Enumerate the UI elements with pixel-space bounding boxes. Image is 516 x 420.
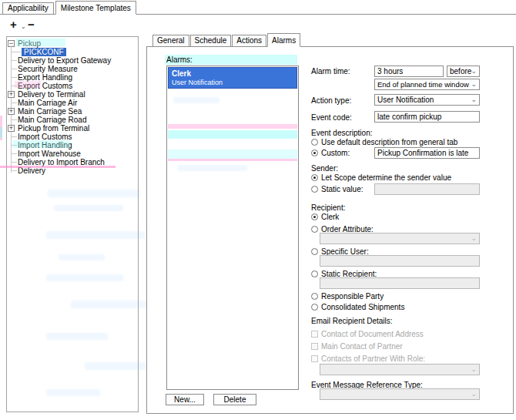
alarm-time-label: Alarm time: — [311, 67, 350, 76]
artifact — [168, 159, 297, 161]
custom-description-input[interactable]: Pickup Confirmation is late — [374, 147, 480, 159]
tree-item-security-measure[interactable]: Security Measure — [7, 65, 136, 73]
tree-item-label: Pickup — [18, 39, 41, 48]
alarm-time-direction-select[interactable]: before — [447, 66, 480, 77]
tree-item-export-handling[interactable]: Export Handling — [7, 73, 136, 82]
tree-connector — [11, 86, 17, 86]
radio-icon — [311, 248, 318, 255]
tree-connector — [11, 145, 17, 146]
tab-applicability[interactable]: Applicability — [2, 2, 54, 14]
tree-connector — [11, 119, 17, 120]
event-code-label: Event code: — [311, 113, 352, 122]
radio-selected-icon — [311, 150, 318, 156]
tree-item-main-carriage-road[interactable]: Main Carriage Road — [7, 116, 136, 124]
tree-item-delivery-to-terminal[interactable]: Delivery to Terminal — [7, 90, 136, 99]
artifact — [168, 124, 297, 129]
artifact — [0, 127, 2, 138]
radio-label: Custom: — [321, 149, 350, 157]
checkbox-icon — [311, 355, 318, 362]
tree-item-export-customs[interactable]: Export Customs — [7, 82, 136, 90]
radio-icon — [311, 139, 318, 146]
radio-recipient-responsible-party[interactable]: Responsible Party — [311, 292, 384, 301]
add-button[interactable]: + — [10, 19, 17, 30]
action-type-select[interactable]: User Notification — [374, 94, 480, 106]
expand-icon[interactable] — [8, 125, 15, 132]
radio-icon — [311, 270, 318, 277]
sender-label: Sender: — [311, 164, 338, 173]
tree-item-delivery[interactable]: Delivery — [7, 166, 136, 175]
checkbox-label: Contact of Document Address — [321, 330, 424, 338]
tree-connector — [11, 136, 17, 137]
tree-item-pickup-from-terminal[interactable]: Pickup from Terminal — [7, 124, 136, 133]
tree-item-pickup[interactable]: Pickup — [7, 39, 136, 48]
checkbox-icon — [311, 331, 318, 338]
checkbox-label: Contacts of Partner With Role: — [321, 354, 425, 363]
tree-connector — [11, 102, 17, 103]
delete-button[interactable]: Delete — [213, 394, 256, 405]
tree-item-label: Import Warehouse — [18, 150, 81, 158]
tree-item-label: Delivery to Terminal — [18, 90, 85, 99]
milestone-tree[interactable]: Pickup PICKCONF Delivery to Export Gatew… — [6, 36, 139, 412]
recipient-label: Recipient: — [311, 203, 345, 212]
checkbox-contacts-partner-role: Contacts of Partner With Role: — [311, 354, 425, 363]
tab-milestone-templates[interactable]: Milestone Templates — [55, 1, 136, 15]
tree-item-label: Security Measure — [18, 65, 78, 73]
radio-icon — [311, 293, 318, 300]
radio-sender-scope[interactable]: Let Scope determine the sender value — [311, 173, 451, 182]
checkbox-main-contact-partner: Main Contact of Partner — [311, 342, 403, 351]
event-code-input[interactable]: late confirm pickup — [374, 111, 480, 123]
alarm-time-reference-select[interactable]: End of planned time window — [374, 79, 480, 90]
sender-static-value-input — [374, 183, 480, 195]
tab-alarms[interactable]: Alarms — [267, 33, 300, 47]
tree-item-label: Pickup from Terminal — [18, 124, 89, 133]
tree-item-label: Main Carriage Sea — [18, 107, 82, 116]
tree-item-main-carriage-air[interactable]: Main Carriage Air — [7, 99, 136, 107]
alarm-time-input[interactable]: 3 hours — [374, 66, 444, 77]
tree-item-label: Export Customs — [18, 82, 72, 90]
radio-label: Use default description from general tab — [321, 138, 457, 146]
radio-sender-static[interactable]: Static value: — [311, 185, 363, 193]
tree-item-main-carriage-sea[interactable]: Main Carriage Sea — [7, 107, 136, 116]
add-menu-button[interactable]: ⌄ — [21, 23, 26, 30]
radio-icon — [311, 226, 318, 233]
new-button[interactable]: New... — [166, 394, 204, 405]
minus-icon: − — [28, 18, 35, 31]
expand-icon[interactable] — [8, 91, 15, 98]
email-recipient-details-label: Email Recipient Details: — [311, 317, 393, 325]
tree-item-delivery-to-import-branch[interactable]: Delivery to Import Branch — [7, 158, 136, 166]
tree-item-import-customs[interactable]: Import Customs — [7, 133, 136, 141]
tab-schedule[interactable]: Schedule — [190, 35, 232, 46]
tab-actions[interactable]: Actions — [232, 35, 266, 46]
radio-label: Static value: — [321, 185, 363, 193]
radio-icon — [311, 186, 318, 193]
detail-tab-bar: General Schedule Actions Alarms — [152, 35, 301, 47]
specific-user-input — [320, 255, 480, 267]
radio-recipient-consolidated-shipments[interactable]: Consolidated Shipments — [311, 303, 404, 311]
alarms-panel: Alarms: Clerk User Notification New... D… — [146, 46, 514, 414]
tree-item-label: Delivery to Import Branch — [18, 158, 105, 166]
alarms-list-label: Alarms: — [166, 55, 193, 64]
radio-custom-description[interactable]: Custom: — [311, 149, 350, 157]
tree-item-pickconf[interactable]: PICKCONF — [7, 48, 136, 56]
expand-icon[interactable] — [8, 108, 15, 115]
tree-item-import-handling[interactable]: Import Handling — [7, 141, 136, 150]
alarms-listbox[interactable]: Clerk User Notification — [166, 66, 299, 390]
radio-label: Consolidated Shipments — [321, 303, 404, 311]
order-attribute-select — [320, 233, 480, 244]
tree-item-label: Main Carriage Road — [18, 116, 87, 124]
artifact — [168, 130, 297, 139]
radio-use-default-description[interactable]: Use default description from general tab — [311, 138, 457, 146]
tree-connector — [11, 170, 17, 171]
remove-button[interactable]: − — [28, 19, 35, 30]
alarm-item-title: Clerk — [172, 69, 293, 79]
tree-item-label-selected: PICKCONF — [22, 48, 66, 56]
tree-connector — [11, 69, 17, 69]
tree-item-delivery-to-export-gateway[interactable]: Delivery to Export Gateway — [7, 56, 136, 65]
tree-item-label: Delivery to Export Gateway — [18, 56, 111, 65]
radio-recipient-clerk[interactable]: Clerk — [311, 213, 339, 221]
plus-icon: + — [10, 18, 17, 31]
tree-item-import-warehouse[interactable]: Import Warehouse — [7, 150, 136, 158]
alarm-list-item-selected[interactable]: Clerk User Notification — [168, 67, 297, 89]
radio-label: Let Scope determine the sender value — [321, 173, 451, 182]
tab-general[interactable]: General — [152, 35, 189, 46]
